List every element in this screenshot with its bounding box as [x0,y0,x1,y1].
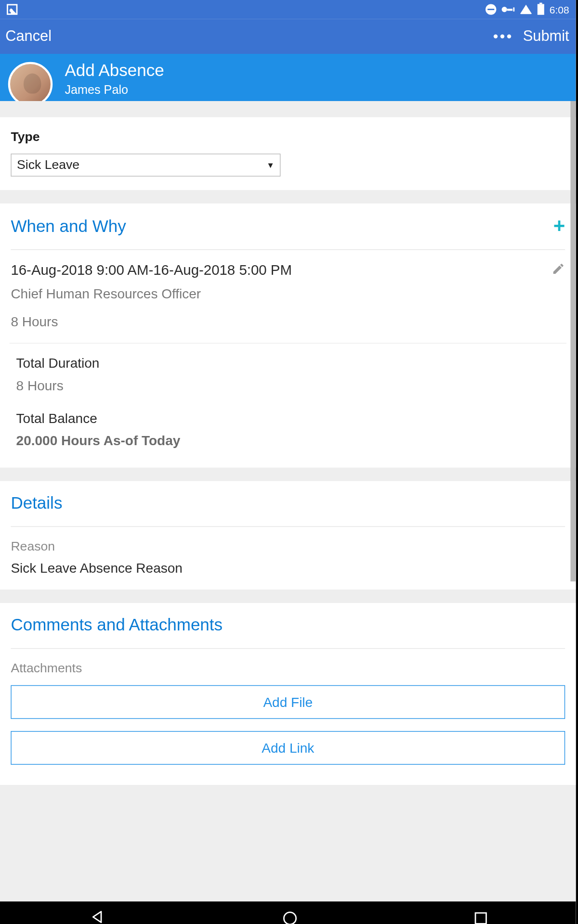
avatar [8,62,53,106]
divider [11,249,565,250]
type-select-value: Sick Leave [17,158,79,173]
wifi-icon [520,5,532,14]
page-header: Add Absence James Palo [0,54,576,101]
battery-icon [538,4,544,14]
add-file-button[interactable]: Add File [11,685,565,719]
comments-attachments-section: Comments and Attachments Attachments Add… [0,603,576,785]
divider [11,648,565,649]
type-section: Type Sick Leave ▼ [0,117,576,190]
comments-title: Comments and Attachments [11,615,565,635]
chevron-down-icon: ▼ [266,160,275,170]
type-label: Type [11,129,565,144]
home-button[interactable] [283,911,297,924]
reason-value: Sick Leave Absence Reason [11,561,565,576]
total-balance-label: Total Balance [16,411,565,426]
page-title: Add Absence [65,61,164,80]
total-duration-label: Total Duration [16,356,565,371]
divider [10,343,566,344]
absence-date-range: 16-Aug-2018 9:00 AM-16-Aug-2018 5:00 PM [11,262,291,279]
android-nav-bar [0,901,576,924]
absence-hours: 8 Hours [11,314,291,329]
more-menu-icon[interactable] [493,34,511,38]
status-bar: 6:08 [0,0,576,19]
add-link-button[interactable]: Add Link [11,731,565,765]
vpn-key-icon [501,7,514,12]
submit-button[interactable]: Submit [523,27,569,45]
app-bar: Cancel Submit [0,19,576,54]
add-when-why-button[interactable]: + [553,216,565,236]
user-name: James Palo [65,83,164,97]
clock: 6:08 [550,4,569,15]
scrollbar[interactable] [570,101,576,581]
absence-role: Chief Human Resources Officer [11,286,291,302]
recents-button[interactable] [475,912,487,924]
total-balance-value: 20.000 Hours As-of Today [16,433,565,449]
image-notification-icon [7,4,17,14]
edit-entry-button[interactable] [552,262,565,279]
when-why-title: When and Why [11,216,126,236]
details-title: Details [11,493,565,513]
dnd-icon [486,4,496,14]
attachments-label: Attachments [11,661,565,676]
divider [11,526,565,526]
details-section: Details Reason Sick Leave Absence Reason [0,481,576,590]
total-duration-value: 8 Hours [16,378,565,393]
cancel-button[interactable]: Cancel [5,27,52,45]
when-and-why-section: When and Why + 16-Aug-2018 9:00 AM-16-Au… [0,204,576,468]
type-select[interactable]: Sick Leave ▼ [11,154,280,177]
back-button[interactable] [89,909,105,924]
reason-label: Reason [11,539,565,554]
